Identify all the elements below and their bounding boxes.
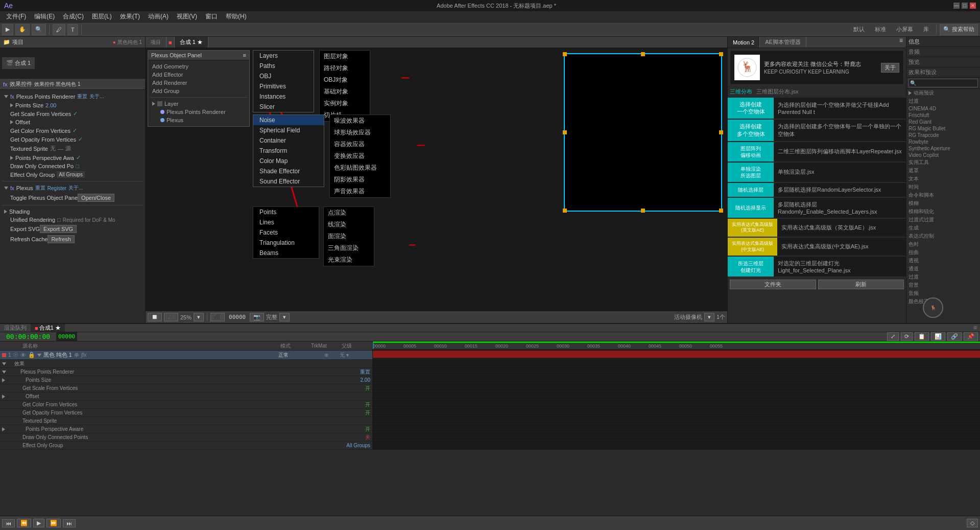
add-renderer-btn[interactable]: Add Renderer [150, 79, 247, 87]
minimize-button[interactable]: — [953, 3, 960, 9]
refresh-cache-row[interactable]: Refresh Cache Refresh [8, 234, 143, 244]
workspace-small[interactable]: 小屏幕 [892, 25, 917, 34]
workspace-default[interactable]: 默认 [849, 25, 869, 34]
solo-render-btn[interactable]: 单独渲染所选图层 单独渲染层.jsx [728, 163, 906, 182]
open-close-btn[interactable]: Open/Close [78, 194, 114, 202]
menu-primitives[interactable]: Primitives [253, 81, 314, 91]
handle-br[interactable] [719, 209, 723, 213]
layer-array-btn[interactable]: 图层阵列偏移动画 二维三维图层阵列偏移动画脚本LayerRepeater.jsx [728, 142, 906, 162]
handle-bl[interactable] [563, 209, 567, 213]
color-time-item[interactable]: 色时 [906, 240, 980, 248]
get-color-prop[interactable]: Get Color From Vertices 开 [0, 401, 372, 409]
plexus-node[interactable]: Plexus [150, 116, 247, 124]
fit-btn[interactable]: ⬛ [210, 313, 225, 321]
random-show-btn[interactable]: 随机选择显示 多层随机选择层Randomly_Enable_Selected_L… [728, 198, 906, 218]
tl-btn-1[interactable]: ⤢ [887, 332, 899, 341]
tl-btn-5[interactable]: 🔗 [947, 332, 962, 341]
zoom-tool[interactable]: 🔍 [32, 24, 46, 35]
comp1-tab[interactable]: ■ 合成1 ★ [31, 324, 65, 332]
tl-btn-4[interactable]: 📊 [931, 332, 945, 341]
menu-instances[interactable]: Instances [253, 91, 314, 102]
expr-en-btn[interactable]: 实用表达式集高级版(英文版AE) 实用表达式集高级版（英文版AE）.jsx [728, 219, 906, 237]
motion2-tab[interactable]: Motion 2 [728, 37, 760, 48]
refresh-script-btn[interactable]: 刷新 [818, 280, 904, 289]
hand-tool[interactable]: ✋ [15, 24, 30, 35]
comp-tool-2[interactable]: 🎥 [164, 313, 178, 321]
create-multi-null[interactable]: 选择创建多个空物体 为选择的层创建多个空物体每一层一个单独的一个空物体 [728, 120, 906, 141]
rg-trapcode-item[interactable]: RG Trapcode [906, 132, 980, 139]
reset-link[interactable]: 重置 [77, 93, 87, 100]
random-select-btn[interactable]: 随机选择层 多层随机选择层RandomLayerSelector.jsx [728, 183, 906, 197]
unified-render-row[interactable]: Unified Rendering □ Required for DoF & M… [8, 216, 143, 224]
select-tool[interactable]: ▶ [2, 24, 13, 35]
expression-item[interactable]: 命令和脚本 [906, 191, 980, 199]
add-geometry-btn[interactable]: Add Geometry [150, 62, 247, 71]
expr-ctrl-item[interactable]: 表达式控制 [906, 232, 980, 240]
layer-solo[interactable]: ☉ [13, 352, 18, 358]
text-tool[interactable]: T [67, 24, 78, 35]
draw-only-prop[interactable]: Draw Only Connected Points 关 [0, 433, 372, 442]
menu-obj[interactable]: OBJ [253, 71, 314, 81]
plexus-renderer-row[interactable]: fx Plexus Points Renderer 重置 关于... [2, 92, 143, 101]
playback-play[interactable]: ▶ [33, 519, 44, 527]
add-marker[interactable]: ◇ [967, 519, 978, 527]
light-btn[interactable]: 所选三维层创建灯光 对选定的三维层创建灯光Light_for_Selected_… [728, 257, 906, 276]
menu-noise[interactable]: Noise [253, 115, 324, 125]
audio-fx-item[interactable]: 音频 [906, 289, 980, 297]
handle-bm[interactable] [641, 209, 645, 213]
plexus-menu-icon[interactable]: ≡ [243, 52, 246, 58]
menu-points[interactable]: Points [253, 207, 319, 217]
generate-item[interactable]: 生成 [906, 224, 980, 232]
menu-help[interactable]: 帮助(H) [222, 11, 251, 22]
refresh-btn[interactable]: Refresh [47, 235, 75, 243]
get-opacity-prop[interactable]: Get Opacity From Vertices 开 [0, 409, 372, 417]
reset-link-2[interactable]: 重置 [35, 185, 45, 192]
channel-item[interactable]: 通道 [906, 265, 980, 273]
perspective-item[interactable]: 透视 [906, 257, 980, 265]
add-group-btn[interactable]: Add Group [150, 87, 247, 95]
points-size-row[interactable]: Points Size 2.00 [8, 101, 143, 109]
add-effector-btn[interactable]: Add Effector [150, 71, 247, 79]
playback-prev[interactable]: ⏪ [17, 519, 31, 527]
effects-search-input[interactable] [909, 79, 978, 87]
camera-dropdown[interactable]: ▾ [704, 313, 714, 321]
textured-sprite-prop[interactable]: Textured Sprite [0, 417, 372, 425]
preset-item[interactable]: 动画预设 [906, 89, 980, 97]
maximize-button[interactable]: □ [962, 3, 968, 9]
draw-connected-row[interactable]: Draw Only Connected Po □ [8, 162, 143, 170]
render-queue-tab[interactable]: 渲染队列 [0, 324, 31, 332]
comp-tab[interactable]: 合成 1 ★ [175, 37, 208, 48]
register-link[interactable]: Register [47, 186, 66, 191]
bg-item[interactable]: 背景 [906, 281, 980, 289]
effect-group-row[interactable]: Effect Only Group All Groups [8, 170, 143, 179]
handle-mr[interactable] [719, 130, 723, 134]
tl-btn-3[interactable]: 📋 [915, 332, 929, 341]
menu-window[interactable]: 窗口 [201, 11, 222, 22]
synthetic-aperture-item[interactable]: Synthetic Aperture [906, 145, 980, 152]
export-svg-btn[interactable]: Export SVG [40, 225, 77, 233]
handle-tl[interactable] [563, 52, 567, 56]
handle-tm[interactable] [641, 52, 645, 56]
menu-sound[interactable]: Sound Effector [253, 176, 324, 187]
menu-container[interactable]: Container [253, 135, 324, 146]
script-manager-tab[interactable]: AE脚本管理器 [760, 37, 806, 48]
zoom-btn[interactable]: ▾ [194, 313, 204, 321]
rg-magic-item[interactable]: RG Magic Bullet [906, 125, 980, 132]
frischluft-item[interactable]: Frischluft [906, 112, 980, 119]
perspective-row[interactable]: Points Perspective Awa ✓ [8, 153, 143, 162]
points-size-prop[interactable]: Points Size 2.00 [0, 376, 372, 384]
camera-btn[interactable]: 📷 [250, 313, 264, 321]
close-button[interactable]: ✕ [970, 3, 976, 9]
plexus-renderer-prop[interactable]: Plexus Points Renderer 重置 [0, 368, 372, 376]
cinema4d-item[interactable]: CINEMA 4D [906, 105, 980, 112]
menu-slicer[interactable]: Slicer [253, 102, 314, 112]
about-link[interactable]: 关于... [89, 93, 104, 100]
menu-transform[interactable]: Transform [253, 146, 324, 156]
search-button[interactable]: 🔍 搜索帮助 [940, 24, 978, 35]
workspace-library[interactable]: 库 [919, 25, 933, 34]
quality-btn[interactable]: ▾ [279, 313, 290, 321]
offset-row[interactable]: Offset [8, 118, 143, 126]
blur-sharp-item[interactable]: 模糊和锐化 [906, 208, 980, 216]
expr-cn-btn[interactable]: 实用表达式集高级版(中文版AE) 实用表达式集高级版(中文版AE).jsx [728, 238, 906, 256]
textured-sprite-row[interactable]: Textured Sprite 无 — 源 [8, 144, 143, 153]
